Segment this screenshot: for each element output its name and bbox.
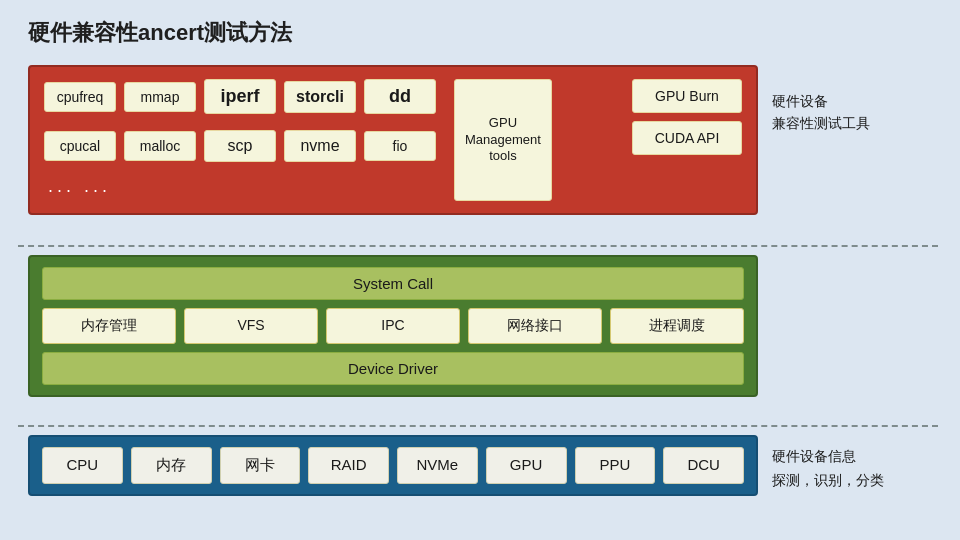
tools-gpu-right: GPU Burn CUDA API	[632, 79, 742, 201]
tool-nvme: nvme	[284, 130, 356, 162]
label-tools: 硬件设备 兼容性测试工具	[772, 90, 870, 135]
tools-row-2: cpucal malloc scp nvme fio	[44, 130, 436, 162]
tool-scp: scp	[204, 130, 276, 162]
hardware-section: CPU 内存 网卡 RAID NVMe GPU PPU DCU	[28, 435, 758, 496]
hw-nvme: NVMe	[397, 447, 478, 484]
tool-cuda-api: CUDA API	[632, 121, 742, 155]
tools-dots: ··· ···	[44, 180, 436, 201]
tools-section: cpufreq mmap iperf storcli dd cpucal mal…	[28, 65, 758, 215]
kernel-process: 进程调度	[610, 308, 744, 344]
hw-nic: 网卡	[220, 447, 301, 484]
hw-gpu: GPU	[486, 447, 567, 484]
kernel-ipc: IPC	[326, 308, 460, 344]
hardware-row: CPU 内存 网卡 RAID NVMe GPU PPU DCU	[42, 447, 744, 484]
label-hardware: 硬件设备信息 探测，识别，分类	[772, 445, 884, 493]
kernel-syscall: System Call	[42, 267, 744, 300]
hw-ppu: PPU	[575, 447, 656, 484]
kernel-row: 内存管理 VFS IPC 网络接口 进程调度	[42, 308, 744, 344]
hw-dcu: DCU	[663, 447, 744, 484]
divider-2	[18, 425, 938, 427]
hw-cpu: CPU	[42, 447, 123, 484]
kernel-memory: 内存管理	[42, 308, 176, 344]
divider-1	[18, 245, 938, 247]
tool-iperf: iperf	[204, 79, 276, 114]
page-title: 硬件兼容性ancert测试方法	[28, 18, 292, 48]
kernel-network: 网络接口	[468, 308, 602, 344]
hw-raid: RAID	[308, 447, 389, 484]
kernel-driver: Device Driver	[42, 352, 744, 385]
tool-fio: fio	[364, 131, 436, 161]
tool-dd: dd	[364, 79, 436, 114]
tool-cpucal: cpucal	[44, 131, 116, 161]
hw-memory: 内存	[131, 447, 212, 484]
tool-gpu-management: GPU Management tools	[454, 79, 552, 201]
kernel-section: System Call 内存管理 VFS IPC 网络接口 进程调度 Devic…	[28, 255, 758, 397]
tools-left-column: cpufreq mmap iperf storcli dd cpucal mal…	[44, 79, 436, 201]
tool-cpufreq: cpufreq	[44, 82, 116, 112]
tools-row-1: cpufreq mmap iperf storcli dd	[44, 79, 436, 114]
tool-malloc: malloc	[124, 131, 196, 161]
tool-mmap: mmap	[124, 82, 196, 112]
tool-storcli: storcli	[284, 81, 356, 113]
kernel-vfs: VFS	[184, 308, 318, 344]
tool-gpu-burn: GPU Burn	[632, 79, 742, 113]
